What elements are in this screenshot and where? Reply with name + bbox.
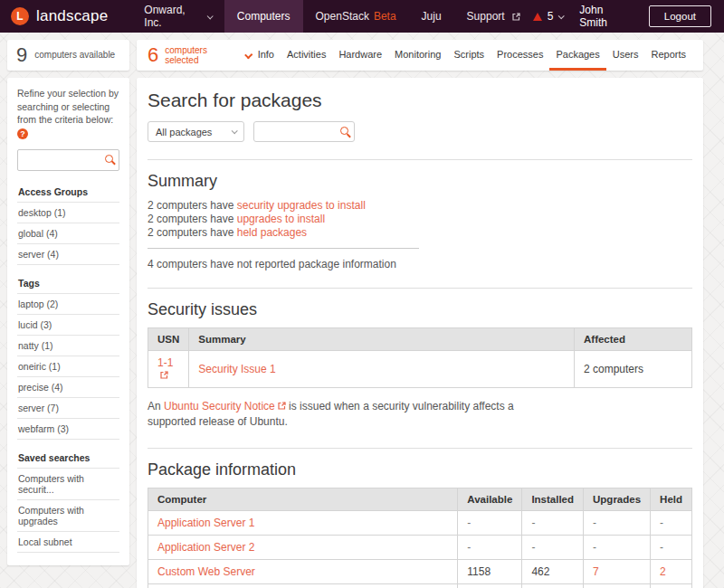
summary-line: 2 computers have security upgrades to in… — [148, 199, 692, 213]
affected-count: 2 computers — [584, 363, 643, 375]
alerts-menu[interactable]: 5 — [533, 10, 564, 23]
sidebar-item-saved-upgrades[interactable]: Computers with upgrades — [17, 500, 119, 532]
tab-info[interactable]: Info — [252, 40, 281, 71]
package-search — [253, 121, 355, 142]
column-header-usn: USN — [148, 328, 189, 351]
main-column: 6 computers selected Info Activities Har… — [137, 40, 703, 588]
external-link-icon — [512, 13, 520, 21]
user-name: John Smith — [579, 4, 632, 29]
sidebar-item-server[interactable]: server (4) — [17, 244, 119, 265]
tab-processes[interactable]: Processes — [491, 40, 549, 71]
section-divider — [148, 159, 692, 160]
alerts-count: 5 — [548, 10, 554, 23]
package-information-table: Computer Available Installed Upgrades He… — [148, 488, 692, 588]
summary-divider — [148, 248, 419, 249]
summary-line: 2 computers have held packages — [148, 226, 692, 240]
security-upgrades-link[interactable]: security upgrades to install — [237, 199, 366, 212]
sidebar-item-server-tag[interactable]: server (7) — [17, 398, 119, 419]
external-link-icon — [160, 371, 168, 379]
table-header-row: Computer Available Installed Upgrades He… — [148, 488, 692, 510]
nav-item-openstack[interactable]: OpenStack Beta — [303, 0, 409, 33]
selected-count: 6 — [148, 43, 158, 67]
external-link-icon — [278, 402, 286, 410]
sidebar-item-global[interactable]: global (4) — [17, 223, 119, 244]
sidebar-item-natty[interactable]: natty (1) — [17, 336, 119, 356]
chevron-down-icon — [207, 13, 214, 19]
nav-item-label: Juju — [422, 10, 442, 23]
computer-link[interactable]: Custom Web Server — [157, 565, 255, 578]
column-header-installed: Installed — [522, 488, 584, 510]
section-divider — [148, 448, 692, 449]
summary-title: Summary — [148, 172, 692, 191]
nav-item-label: Support — [467, 10, 505, 23]
org-menu[interactable]: Onward, Inc. — [131, 0, 224, 33]
sidebar-item-laptop[interactable]: laptop (2) — [17, 294, 119, 315]
held-count-link[interactable]: 2 — [660, 565, 666, 578]
column-header-computer: Computer — [148, 488, 458, 510]
table-row: Application Server 1 - - - - — [148, 510, 692, 535]
tab-monitoring[interactable]: Monitoring — [388, 40, 447, 71]
nav-item-computers[interactable]: Computers — [224, 0, 303, 33]
nav-item-label: Computers — [237, 10, 291, 23]
search-icon[interactable] — [105, 155, 113, 163]
sidebar-item-oneiric[interactable]: oneiric (1) — [17, 356, 119, 377]
upgrades-link[interactable]: upgrades to install — [237, 213, 325, 225]
sidebar-item-saved-security[interactable]: Computers with securit... — [17, 469, 119, 500]
tab-bar: Info Activities Hardware Monitoring Scri… — [252, 40, 692, 71]
page-body: 9 computers available Refine your select… — [0, 33, 724, 588]
ubuntu-security-notice-link[interactable]: Ubuntu Security Notice — [164, 400, 275, 413]
upgrades-count-link[interactable]: 7 — [593, 565, 599, 578]
page-title: Search for packages — [148, 90, 692, 111]
security-issue-link[interactable]: Security Issue 1 — [198, 363, 275, 375]
package-search-controls: All packages — [148, 121, 692, 142]
sidebar-item-webfarm[interactable]: webfarm (3) — [17, 419, 119, 440]
selected-count-label: computers selected — [165, 45, 230, 66]
logout-button[interactable]: Logout — [649, 5, 711, 27]
brand-name: landscape — [36, 7, 108, 25]
org-menu-label: Onward, Inc. — [144, 4, 203, 29]
table-row: Application Server 2 - - - - — [148, 535, 692, 559]
tab-users[interactable]: Users — [606, 40, 645, 71]
sidebar-item-desktop[interactable]: desktop (1) — [17, 203, 119, 223]
computer-link[interactable]: Application Server 2 — [157, 541, 254, 554]
tab-reports[interactable]: Reports — [644, 40, 692, 71]
selected-computers-toggle[interactable]: 6 computers selected — [148, 40, 252, 71]
tab-scripts[interactable]: Scripts — [447, 40, 491, 71]
package-information-title: Package information — [148, 460, 692, 479]
package-filter-select[interactable]: All packages — [148, 121, 244, 142]
tab-activities[interactable]: Activities — [281, 40, 332, 71]
available-count: 9 — [16, 43, 27, 67]
sidebar-search-input[interactable] — [17, 149, 119, 171]
refine-card: Refine your selection by searching or se… — [7, 78, 129, 565]
search-icon[interactable] — [340, 127, 348, 135]
tab-hardware[interactable]: Hardware — [332, 40, 388, 71]
sidebar-item-precise[interactable]: precise (4) — [17, 377, 119, 398]
table-header-row: USN Summary Affected — [148, 328, 692, 351]
sidebar-item-lucid[interactable]: lucid (3) — [17, 315, 119, 336]
nav-item-support[interactable]: Support — [454, 0, 533, 33]
group-title-access-groups: Access Groups — [17, 182, 119, 203]
packages-content-card: Search for packages All packages Summary… — [137, 78, 703, 588]
chevron-down-icon — [558, 13, 565, 19]
criteria-list: Access Groups desktop (1) global (4) ser… — [17, 182, 119, 553]
usn-link[interactable]: 1-1 — [157, 356, 173, 369]
tab-packages[interactable]: Packages — [549, 40, 605, 71]
landscape-brand[interactable]: L landscape — [0, 0, 131, 33]
sidebar: 9 computers available Refine your select… — [7, 40, 129, 565]
held-packages-link[interactable]: held packages — [237, 226, 307, 239]
available-computers-card: 9 computers available — [7, 40, 129, 71]
refine-text: Refine your selection by searching or se… — [17, 87, 119, 140]
column-header-affected: Affected — [575, 328, 692, 351]
column-header-available: Available — [458, 488, 522, 510]
package-filter-value: All packages — [156, 127, 212, 138]
help-icon[interactable]: ? — [17, 128, 28, 139]
computer-link[interactable]: Application Server 1 — [157, 517, 254, 529]
security-issues-table: USN Summary Affected 1-1 Security Issue … — [148, 327, 692, 388]
top-nav: Onward, Inc. Computers OpenStack Beta Ju… — [131, 0, 532, 33]
nav-item-juju[interactable]: Juju — [409, 0, 454, 33]
table-row: 1-1 Security Issue 1 2 computers — [148, 351, 692, 388]
table-row: Database Server 1 - - - - — [148, 583, 692, 588]
chevron-down-icon — [232, 128, 238, 134]
sidebar-item-local-subnet[interactable]: Local subnet — [17, 532, 119, 553]
summary-line: 2 computers have upgrades to install — [148, 213, 692, 226]
